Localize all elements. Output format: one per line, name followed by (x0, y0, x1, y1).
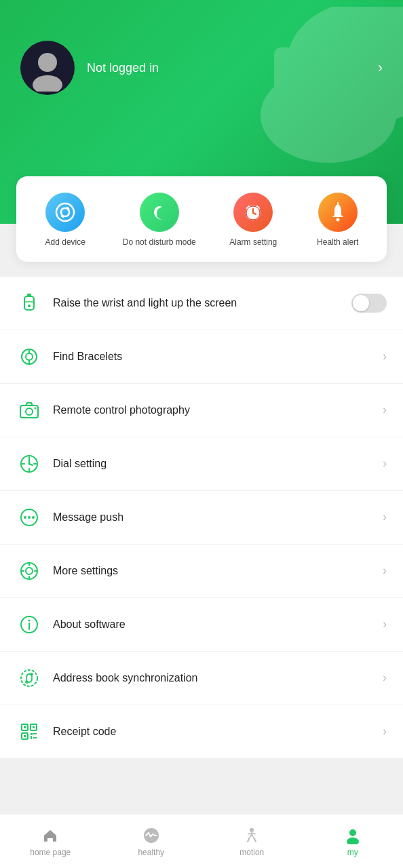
alarm-label: Alarm setting (229, 237, 277, 248)
svg-point-25 (26, 408, 33, 415)
more-settings-chevron: › (383, 564, 387, 578)
message-push-label: Message push (53, 511, 383, 524)
menu-item-find-bracelets[interactable]: Find Bracelets › (0, 330, 403, 384)
header-user-row[interactable]: Not logged in › (20, 41, 383, 95)
avatar[interactable] (20, 41, 75, 95)
svg-rect-54 (24, 735, 26, 737)
quick-item-add-device[interactable]: Add device (38, 193, 92, 248)
svg-point-38 (32, 516, 35, 519)
dnd-icon (140, 193, 179, 232)
add-device-label: Add device (45, 237, 85, 248)
quick-item-health-alert[interactable]: Health alert (311, 193, 365, 248)
menu-item-message-push[interactable]: Message push › (0, 491, 403, 545)
more-settings-icon (16, 558, 42, 584)
message-push-icon (16, 505, 42, 530)
quick-item-dnd[interactable]: Do not disturb mode (123, 193, 196, 248)
svg-point-26 (35, 407, 37, 409)
menu-list: Raise the wrist and light up the screen … (0, 277, 403, 758)
find-bracelets-chevron: › (383, 349, 387, 363)
svg-point-60 (250, 828, 254, 832)
raise-wrist-toggle[interactable] (351, 294, 387, 313)
menu-item-remote-photo[interactable]: Remote control photography › (0, 384, 403, 437)
address-book-sync-icon (16, 665, 42, 691)
svg-point-48 (21, 670, 37, 686)
svg-rect-56 (33, 733, 37, 734)
menu-item-more-settings[interactable]: More settings › (0, 545, 403, 598)
remote-photo-label: Remote control photography (53, 404, 383, 416)
receipt-code-icon (16, 719, 42, 745)
svg-rect-52 (24, 726, 26, 728)
find-bracelets-icon (16, 344, 42, 370)
about-software-chevron: › (383, 617, 387, 631)
header-user-left: Not logged in (20, 41, 159, 95)
healthy-nav-label: healthy (138, 848, 164, 857)
raise-wrist-label: Raise the wrist and light up the screen (53, 297, 351, 309)
svg-rect-57 (31, 736, 32, 739)
svg-point-37 (28, 516, 31, 519)
receipt-code-chevron: › (383, 724, 387, 738)
menu-item-about-software[interactable]: About software › (0, 598, 403, 652)
address-book-sync-label: Address book synchronization (53, 672, 383, 684)
nav-item-home-page[interactable]: home page (23, 826, 77, 857)
svg-rect-58 (33, 737, 37, 738)
svg-point-14 (336, 218, 339, 222)
login-status: Not logged in (87, 61, 159, 75)
svg-point-19 (28, 304, 31, 307)
my-nav-label: my (347, 848, 358, 857)
menu-item-dial-setting[interactable]: Dial setting › (0, 437, 403, 491)
about-software-icon (16, 612, 42, 637)
dnd-label: Do not disturb mode (123, 237, 196, 248)
alarm-icon (233, 193, 273, 232)
health-alert-label: Health alert (317, 237, 358, 248)
quick-item-alarm[interactable]: Alarm setting (226, 193, 280, 248)
svg-point-36 (24, 516, 26, 519)
svg-point-34 (28, 462, 31, 465)
dial-setting-label: Dial setting (53, 458, 383, 470)
about-software-label: About software (53, 618, 383, 631)
dial-setting-chevron: › (383, 456, 387, 471)
add-device-icon (45, 193, 85, 232)
remote-photo-icon (16, 397, 42, 423)
menu-item-receipt-code[interactable]: Receipt code › (0, 705, 403, 758)
health-alert-icon (318, 193, 358, 232)
svg-rect-16 (24, 296, 34, 310)
svg-rect-17 (27, 294, 31, 296)
home-page-icon (41, 826, 60, 845)
more-settings-label: More settings (53, 565, 383, 577)
header-decoration (233, 7, 403, 183)
svg-point-4 (38, 53, 57, 72)
message-push-chevron: › (383, 510, 387, 524)
menu-item-raise-wrist[interactable]: Raise the wrist and light up the screen (0, 277, 403, 330)
svg-point-40 (26, 568, 33, 574)
svg-point-5 (33, 75, 62, 92)
motion-nav-label: motion (239, 848, 264, 857)
svg-point-46 (28, 619, 31, 621)
home-page-nav-label: home page (30, 848, 71, 857)
nav-item-motion[interactable]: motion (225, 826, 279, 857)
receipt-code-label: Receipt code (53, 726, 383, 738)
motion-icon (242, 826, 261, 845)
address-book-sync-chevron: › (383, 671, 387, 685)
remote-photo-chevron: › (383, 403, 387, 417)
nav-item-my[interactable]: my (326, 826, 380, 857)
svg-point-21 (26, 353, 33, 360)
dial-setting-icon (16, 451, 42, 477)
quick-actions-card: Add device Do not disturb mode Alarm set… (16, 176, 387, 262)
healthy-icon (142, 826, 161, 845)
svg-rect-55 (31, 733, 33, 735)
svg-point-61 (349, 829, 356, 836)
my-icon (343, 826, 362, 845)
raise-wrist-icon (16, 290, 42, 316)
svg-rect-53 (33, 726, 35, 728)
menu-item-address-book-sync[interactable]: Address book synchronization › (0, 652, 403, 705)
header-chevron-icon[interactable]: › (378, 59, 383, 77)
nav-item-healthy[interactable]: healthy (124, 826, 178, 857)
svg-point-6 (56, 203, 74, 221)
svg-point-62 (347, 837, 359, 844)
find-bracelets-label: Find Bracelets (53, 351, 383, 363)
bottom-navigation: home page healthy motion (0, 814, 403, 868)
